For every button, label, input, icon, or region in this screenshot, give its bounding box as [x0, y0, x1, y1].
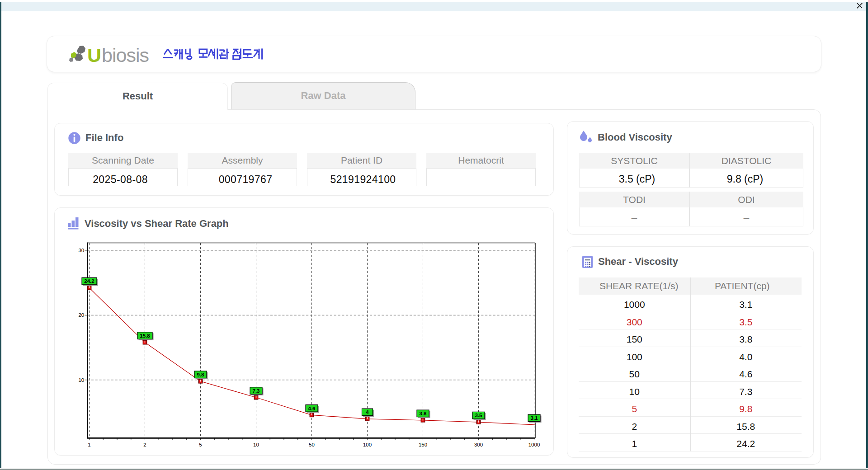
svg-text:50: 50 — [309, 442, 315, 447]
svg-text:2: 2 — [143, 442, 146, 447]
svg-text:5: 5 — [199, 442, 202, 447]
svg-text:1000: 1000 — [528, 442, 540, 447]
svg-text:20: 20 — [78, 312, 84, 318]
svg-text:300: 300 — [474, 442, 483, 447]
svg-text:3.8: 3.8 — [420, 411, 427, 416]
svg-text:100: 100 — [363, 442, 372, 447]
svg-text:24.2: 24.2 — [84, 278, 94, 284]
svg-text:10: 10 — [78, 377, 84, 383]
svg-text:30: 30 — [78, 248, 84, 253]
svg-text:4.6: 4.6 — [308, 406, 316, 411]
svg-text:9.8: 9.8 — [197, 372, 205, 377]
svg-text:1: 1 — [88, 442, 90, 447]
svg-text:7.3: 7.3 — [253, 388, 260, 394]
svg-text:3.1: 3.1 — [531, 415, 538, 421]
svg-text:15.8: 15.8 — [140, 333, 150, 338]
svg-text:3.5: 3.5 — [475, 413, 483, 418]
svg-text:150: 150 — [419, 442, 427, 447]
svg-text:4: 4 — [366, 409, 369, 415]
svg-text:10: 10 — [253, 442, 259, 447]
